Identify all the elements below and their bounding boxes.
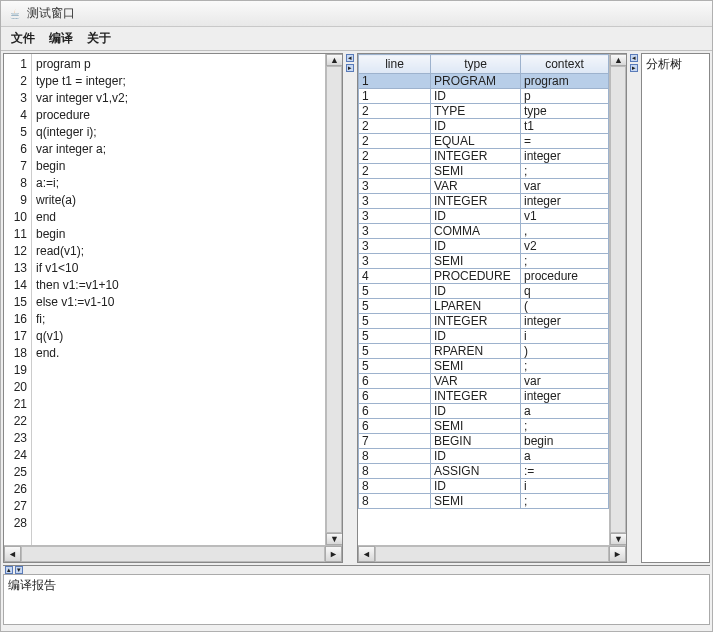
table-row[interactable]: 6IDa [359,404,609,419]
table-cell-line: 2 [359,104,431,119]
table-row[interactable]: 8IDi [359,479,609,494]
scroll-up-icon[interactable]: ▲ [326,54,342,66]
code-line[interactable] [36,396,321,413]
col-header-context[interactable]: context [521,55,609,74]
code-line[interactable]: read(v1); [36,243,321,260]
code-line[interactable]: end [36,209,321,226]
table-row[interactable]: 2EQUAL= [359,134,609,149]
table-row[interactable]: 8SEMI; [359,494,609,509]
table-row[interactable]: 2SEMI; [359,164,609,179]
code-line[interactable]: begin [36,158,321,175]
code-line[interactable]: a:=i; [36,175,321,192]
compile-report-body[interactable]: 编译报告 [3,574,710,625]
table-row[interactable]: 3IDv2 [359,239,609,254]
scroll-track[interactable] [375,546,609,562]
table-row[interactable]: 3INTEGERinteger [359,194,609,209]
code-line[interactable]: q(integer i); [36,124,321,141]
code-line[interactable]: end. [36,345,321,362]
table-row[interactable]: 5INTEGERinteger [359,314,609,329]
code-line[interactable]: q(v1) [36,328,321,345]
table-row[interactable]: 6VARvar [359,374,609,389]
table-cell-context: ( [521,299,609,314]
code-line[interactable] [36,464,321,481]
collapse-up-icon[interactable]: ▴ [5,566,13,574]
code-line[interactable] [36,498,321,515]
scroll-left-icon[interactable]: ◄ [4,546,21,562]
code-line[interactable] [36,447,321,464]
code-line[interactable] [36,515,321,532]
collapse-left-icon[interactable]: ◂ [630,54,638,62]
table-row[interactable]: 5LPAREN( [359,299,609,314]
table-row[interactable]: 3IDv1 [359,209,609,224]
code-line[interactable]: procedure [36,107,321,124]
code-line[interactable]: then v1:=v1+10 [36,277,321,294]
table-row[interactable]: 3VARvar [359,179,609,194]
table-row[interactable]: 8ASSIGN:= [359,464,609,479]
splitter-code-table[interactable]: ◂ ▸ [345,53,355,563]
scroll-left-icon[interactable]: ◄ [358,546,375,562]
code-line[interactable]: fi; [36,311,321,328]
token-table[interactable]: line type context 1PROGRAMprogram1IDp2TY… [358,54,609,509]
scroll-down-icon[interactable]: ▼ [610,533,626,545]
table-row[interactable]: 4PROCEDUREprocedure [359,269,609,284]
table-row[interactable]: 1IDp [359,89,609,104]
code-horizontal-scrollbar[interactable]: ◄ ► [4,545,342,562]
collapse-right-icon[interactable]: ▸ [346,64,354,72]
col-header-line[interactable]: line [359,55,431,74]
code-line[interactable]: write(a) [36,192,321,209]
table-row[interactable]: 3SEMI; [359,254,609,269]
table-row[interactable]: 6INTEGERinteger [359,389,609,404]
menu-file[interactable]: 文件 [11,30,35,47]
table-cell-line: 3 [359,224,431,239]
code-line[interactable]: else v1:=v1-10 [36,294,321,311]
table-row[interactable]: 1PROGRAMprogram [359,74,609,89]
code-line[interactable] [36,362,321,379]
scroll-right-icon[interactable]: ► [325,546,342,562]
code-line[interactable] [36,413,321,430]
line-number: 20 [4,379,27,396]
code-line[interactable]: var integer a; [36,141,321,158]
table-cell-line: 8 [359,494,431,509]
scroll-up-icon[interactable]: ▲ [610,54,626,66]
code-line[interactable]: type t1 = integer; [36,73,321,90]
table-row[interactable]: 2INTEGERinteger [359,149,609,164]
splitter-table-tree[interactable]: ◂ ▸ [629,53,639,563]
table-row[interactable]: 5IDq [359,284,609,299]
table-cell-context: v1 [521,209,609,224]
line-number: 25 [4,464,27,481]
collapse-right-icon[interactable]: ▸ [630,64,638,72]
table-row[interactable]: 6SEMI; [359,419,609,434]
table-row[interactable]: 5SEMI; [359,359,609,374]
code-line[interactable] [36,379,321,396]
code-line[interactable]: var integer v1,v2; [36,90,321,107]
code-line[interactable]: if v1<10 [36,260,321,277]
table-cell-type: ID [431,284,521,299]
code-text-area[interactable]: program ptype t1 = integer;var integer v… [32,54,325,545]
collapse-left-icon[interactable]: ◂ [346,54,354,62]
code-line[interactable] [36,430,321,447]
table-vertical-scrollbar[interactable]: ▲ ▼ [609,54,626,545]
collapse-down-icon[interactable]: ▾ [15,566,23,574]
code-line[interactable]: program p [36,56,321,73]
table-row[interactable]: 5IDi [359,329,609,344]
workarea: 1234567891011121314151617181920212223242… [1,51,712,565]
code-line[interactable] [36,481,321,498]
scroll-track[interactable] [610,66,626,533]
code-line[interactable]: begin [36,226,321,243]
table-row[interactable]: 8IDa [359,449,609,464]
table-horizontal-scrollbar[interactable]: ◄ ► [358,545,626,562]
scroll-track[interactable] [326,66,342,533]
code-vertical-scrollbar[interactable]: ▲ ▼ [325,54,342,545]
table-row[interactable]: 7BEGINbegin [359,434,609,449]
col-header-type[interactable]: type [431,55,521,74]
table-row[interactable]: 3COMMA, [359,224,609,239]
table-row[interactable]: 5RPAREN) [359,344,609,359]
table-row[interactable]: 2IDt1 [359,119,609,134]
menu-compile[interactable]: 编译 [49,30,73,47]
menu-about[interactable]: 关于 [87,30,111,47]
scroll-down-icon[interactable]: ▼ [326,533,342,545]
scroll-track[interactable] [21,546,325,562]
table-row[interactable]: 2TYPEtype [359,104,609,119]
scroll-right-icon[interactable]: ► [609,546,626,562]
splitter-report[interactable]: ▴ ▾ [3,566,710,574]
